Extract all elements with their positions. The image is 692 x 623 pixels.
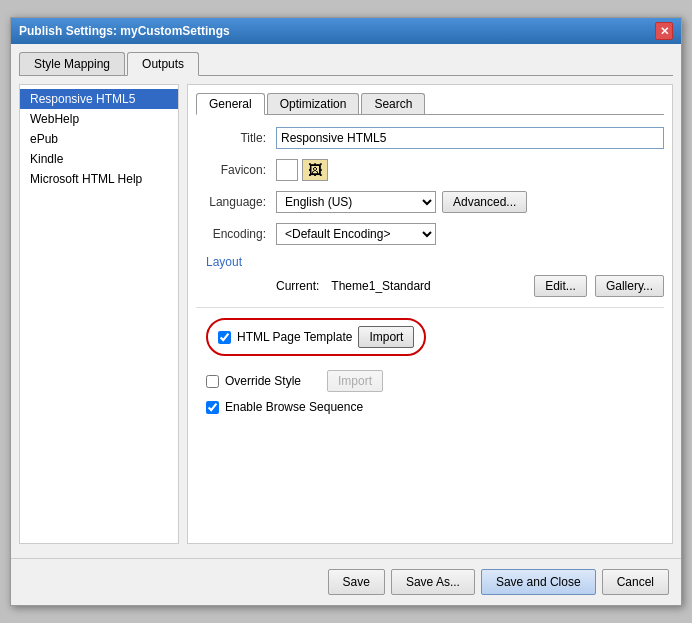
advanced-button[interactable]: Advanced...	[442, 191, 527, 213]
tab-style-mapping[interactable]: Style Mapping	[19, 52, 125, 75]
title-label: Title:	[196, 131, 276, 145]
cancel-button[interactable]: Cancel	[602, 569, 669, 595]
title-input[interactable]	[276, 127, 664, 149]
current-label: Current:	[276, 279, 319, 293]
favicon-picker-button[interactable]: 🖼	[302, 159, 328, 181]
favicon-preview	[276, 159, 298, 181]
layout-row: Current: Theme1_Standard Edit... Gallery…	[276, 275, 664, 297]
sidebar-item-responsive-html5[interactable]: Responsive HTML5	[20, 89, 178, 109]
save-and-close-button[interactable]: Save and Close	[481, 569, 596, 595]
inner-tab-bar: General Optimization Search	[196, 93, 664, 115]
main-body: Responsive HTML5 WebHelp ePub Kindle Mic…	[19, 84, 673, 544]
enable-browse-row: Enable Browse Sequence	[206, 400, 664, 414]
favicon-row: Favicon: 🖼	[196, 159, 664, 181]
tab-optimization[interactable]: Optimization	[267, 93, 360, 114]
sidebar-item-epub[interactable]: ePub	[20, 129, 178, 149]
save-button[interactable]: Save	[328, 569, 385, 595]
override-style-checkbox[interactable]	[206, 375, 219, 388]
encoding-row: Encoding: <Default Encoding> UTF-8	[196, 223, 664, 245]
save-as-button[interactable]: Save As...	[391, 569, 475, 595]
favicon-label: Favicon:	[196, 163, 276, 177]
sidebar-item-kindle[interactable]: Kindle	[20, 149, 178, 169]
favicon-controls: 🖼	[276, 159, 328, 181]
sidebar-item-webhelp[interactable]: WebHelp	[20, 109, 178, 129]
content-area: Style Mapping Outputs Responsive HTML5 W…	[11, 44, 681, 552]
html-page-template-highlight: HTML Page Template Import	[206, 318, 426, 356]
override-style-row: Override Style Import	[206, 370, 664, 392]
current-value: Theme1_Standard	[331, 279, 526, 293]
tab-search[interactable]: Search	[361, 93, 425, 114]
right-panel: General Optimization Search Title: Favic…	[187, 84, 673, 544]
html-page-template-area: HTML Page Template Import	[206, 318, 664, 364]
edit-button[interactable]: Edit...	[534, 275, 587, 297]
encoding-select[interactable]: <Default Encoding> UTF-8	[276, 223, 436, 245]
import-active-button[interactable]: Import	[358, 326, 414, 348]
import-disabled-button: Import	[327, 370, 383, 392]
title-row: Title:	[196, 127, 664, 149]
html-page-template-checkbox[interactable]	[218, 331, 231, 344]
divider	[196, 307, 664, 308]
bottom-bar: Save Save As... Save and Close Cancel	[11, 558, 681, 605]
layout-section-label: Layout	[206, 255, 664, 269]
gallery-button[interactable]: Gallery...	[595, 275, 664, 297]
sidebar-item-microsoft-html-help[interactable]: Microsoft HTML Help	[20, 169, 178, 189]
top-tab-bar: Style Mapping Outputs	[19, 52, 673, 76]
override-style-label: Override Style	[225, 374, 301, 388]
close-button[interactable]: ✕	[655, 22, 673, 40]
enable-browse-label: Enable Browse Sequence	[225, 400, 363, 414]
language-label: Language:	[196, 195, 276, 209]
html-page-template-label: HTML Page Template	[237, 330, 352, 344]
encoding-label: Encoding:	[196, 227, 276, 241]
language-select[interactable]: English (US) French German	[276, 191, 436, 213]
window-title: Publish Settings: myCustomSettings	[19, 24, 230, 38]
main-window: Publish Settings: myCustomSettings ✕ Sty…	[10, 17, 682, 606]
language-controls: English (US) French German Advanced...	[276, 191, 527, 213]
title-bar: Publish Settings: myCustomSettings ✕	[11, 18, 681, 44]
enable-browse-checkbox[interactable]	[206, 401, 219, 414]
tab-outputs[interactable]: Outputs	[127, 52, 199, 76]
tab-general[interactable]: General	[196, 93, 265, 115]
language-row: Language: English (US) French German Adv…	[196, 191, 664, 213]
left-panel: Responsive HTML5 WebHelp ePub Kindle Mic…	[19, 84, 179, 544]
